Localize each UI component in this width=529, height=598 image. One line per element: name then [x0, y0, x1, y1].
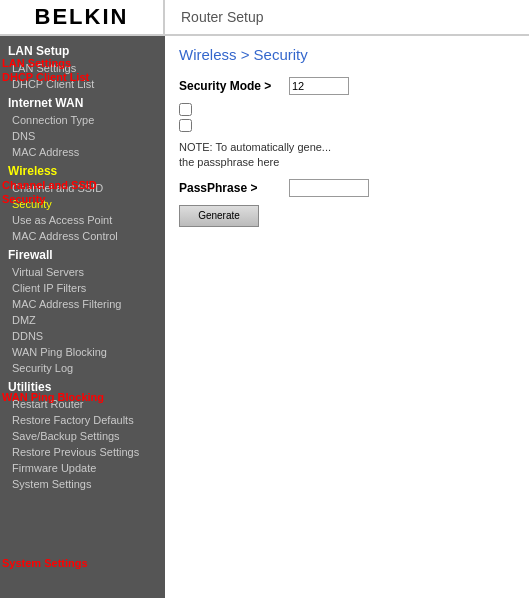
passphrase-input[interactable] [289, 179, 369, 197]
sidebar-item-firmware-update[interactable]: Firmware Update [0, 460, 165, 476]
sidebar-section-utilities: Utilities [0, 376, 165, 396]
note-text: NOTE: To automatically gene...the passph… [179, 140, 515, 171]
sidebar-item-restore-previous-settings[interactable]: Restore Previous Settings [0, 444, 165, 460]
sidebar-item-mac-address[interactable]: MAC Address [0, 144, 165, 160]
sidebar-item-connection-type[interactable]: Connection Type [0, 112, 165, 128]
sidebar: LAN SetupLAN SettingsDHCP Client ListInt… [0, 36, 165, 598]
sidebar-section-firewall: Firewall [0, 244, 165, 264]
content-title: Wireless > Security [179, 46, 515, 63]
content-area: Wireless > Security Security Mode > NOTE… [165, 36, 529, 598]
sidebar-item-save/backup-settings[interactable]: Save/Backup Settings [0, 428, 165, 444]
sidebar-item-dmz[interactable]: DMZ [0, 312, 165, 328]
sidebar-item-dhcp-client-list[interactable]: DHCP Client List [0, 76, 165, 92]
sidebar-section-wireless: Wireless [0, 160, 165, 180]
sidebar-item-security-log[interactable]: Security Log [0, 360, 165, 376]
sidebar-item-wan-ping-blocking[interactable]: WAN Ping Blocking [0, 344, 165, 360]
sidebar-item-mac-address-control[interactable]: MAC Address Control [0, 228, 165, 244]
brand-logo: BELKIN [0, 0, 165, 34]
sidebar-item-ddns[interactable]: DDNS [0, 328, 165, 344]
sidebar-item-mac-address-filtering[interactable]: MAC Address Filtering [0, 296, 165, 312]
sidebar-item-dns[interactable]: DNS [0, 128, 165, 144]
sidebar-item-use-as-access-point[interactable]: Use as Access Point [0, 212, 165, 228]
passphrase-label: PassPhrase > [179, 181, 289, 195]
generate-button[interactable]: Generate [179, 205, 259, 227]
sidebar-item-restart-router[interactable]: Restart Router [0, 396, 165, 412]
security-mode-input[interactable] [289, 77, 349, 95]
sidebar-item-channel-and-ssid[interactable]: Channel and SSID [0, 180, 165, 196]
sidebar-item-client-ip-filters[interactable]: Client IP Filters [0, 280, 165, 296]
sidebar-item-restore-factory-defaults[interactable]: Restore Factory Defaults [0, 412, 165, 428]
sidebar-item-security[interactable]: Security [0, 196, 165, 212]
security-mode-label: Security Mode > [179, 79, 289, 93]
sidebar-item-lan-settings[interactable]: LAN Settings [0, 60, 165, 76]
sidebar-section-lan: LAN Setup [0, 40, 165, 60]
sidebar-item-system-settings[interactable]: System Settings [0, 476, 165, 492]
sidebar-section-internet-wan: Internet WAN [0, 92, 165, 112]
sidebar-item-virtual-servers[interactable]: Virtual Servers [0, 264, 165, 280]
checkbox-1[interactable] [179, 103, 192, 116]
page-title: Router Setup [165, 0, 529, 34]
checkbox-2[interactable] [179, 119, 192, 132]
